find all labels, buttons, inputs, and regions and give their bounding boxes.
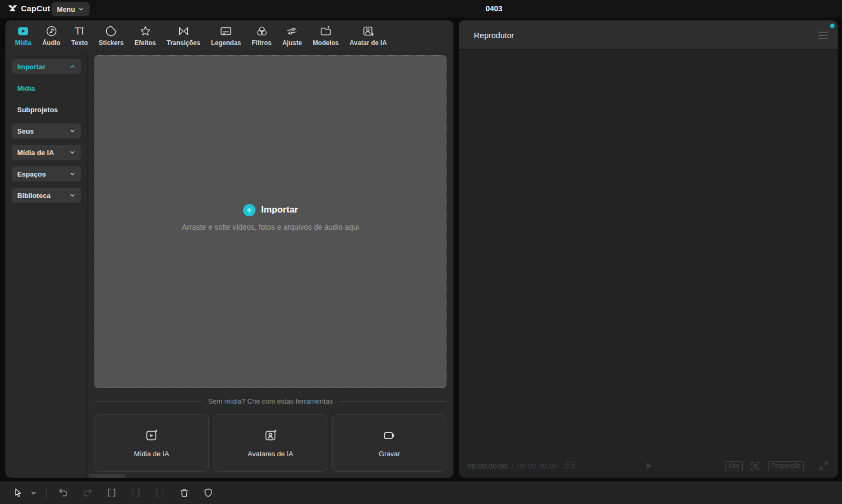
split-button[interactable] bbox=[102, 484, 121, 502]
cursor-icon bbox=[12, 487, 24, 499]
capcut-logo: CapCut bbox=[8, 3, 50, 13]
ai-media-icon bbox=[144, 428, 159, 443]
tool-options-button[interactable] bbox=[28, 484, 39, 502]
tab-legendas[interactable]: Legendas bbox=[206, 25, 246, 47]
timecode: 00:00:00:00 / 00:00:00:00 bbox=[467, 462, 557, 470]
player-right-controls: Alto Proporção bbox=[725, 461, 829, 472]
player-title: Reprodutor bbox=[474, 31, 514, 40]
sidebar-item-importar[interactable]: Importar bbox=[12, 59, 81, 74]
media-content: Importar Arraste e solte vídeos, fotos e… bbox=[88, 50, 453, 478]
tool-cards: Mídia de IA Avatares de IA Gravar bbox=[94, 414, 446, 472]
audio-note-icon bbox=[45, 25, 58, 38]
trash-icon bbox=[179, 487, 190, 499]
tab-avatar-de-ia[interactable]: Avatar de IA bbox=[344, 25, 392, 47]
tab-transicoes[interactable]: Transições bbox=[162, 25, 206, 47]
split-delete-left-icon bbox=[130, 487, 142, 499]
tab-ajuste[interactable]: Ajuste bbox=[277, 25, 307, 47]
menu-button[interactable]: Menu bbox=[52, 2, 90, 16]
record-camera-icon bbox=[382, 428, 397, 443]
transitions-bowtie-icon bbox=[177, 25, 190, 38]
cover-button[interactable] bbox=[199, 484, 217, 502]
media-tab-bar: Mídia Áudio TI Texto Stickers Efeitos bbox=[5, 20, 453, 50]
plus-icon bbox=[243, 204, 255, 216]
redo-icon bbox=[82, 487, 93, 499]
chevron-down-icon bbox=[30, 490, 37, 496]
chevron-down-icon bbox=[69, 192, 76, 199]
ai-media-card[interactable]: Mídia de IA bbox=[94, 414, 209, 472]
media-sidebar: Importar Mídia Subprojetos Seus Mídia de… bbox=[5, 50, 87, 478]
toolbar-divider bbox=[46, 487, 47, 498]
tab-texto[interactable]: TI Texto bbox=[66, 25, 93, 47]
chevron-down-icon bbox=[69, 128, 76, 134]
tab-filtros[interactable]: Filtros bbox=[246, 25, 277, 47]
media-panel: Mídia Áudio TI Texto Stickers Efeitos bbox=[5, 20, 453, 478]
timeline-toolbar bbox=[0, 481, 842, 504]
undo-button[interactable] bbox=[54, 484, 72, 502]
tab-stickers[interactable]: Stickers bbox=[93, 25, 129, 47]
record-card[interactable]: Gravar bbox=[332, 414, 446, 472]
import-title: Importar bbox=[261, 204, 298, 215]
tab-modelos[interactable]: Modelos bbox=[307, 25, 345, 47]
controls-divider bbox=[811, 462, 811, 470]
capcut-logo-icon bbox=[8, 3, 18, 13]
select-tool-button[interactable] bbox=[9, 484, 27, 502]
ai-avatars-icon bbox=[263, 428, 278, 443]
sidebar-item-espacos[interactable]: Espaços bbox=[12, 166, 81, 181]
top-bar: CapCut Menu 0403 bbox=[0, 0, 842, 18]
zoom-fit-button[interactable] bbox=[750, 461, 761, 472]
play-button[interactable] bbox=[642, 460, 654, 472]
effects-star-icon bbox=[139, 25, 152, 38]
sidebar-item-subprojetos[interactable]: Subprojetos bbox=[12, 102, 81, 117]
captions-card-icon bbox=[219, 25, 232, 38]
delete-left-button[interactable] bbox=[127, 484, 145, 502]
delete-button[interactable] bbox=[175, 484, 193, 502]
project-title: 0403 bbox=[486, 4, 502, 13]
notification-dot bbox=[830, 24, 834, 28]
delete-right-button[interactable] bbox=[151, 484, 169, 502]
divider-line bbox=[339, 401, 446, 402]
sidebar-item-biblioteca[interactable]: Biblioteca bbox=[12, 188, 81, 203]
chevron-down-icon bbox=[78, 6, 84, 12]
sticker-peel-icon bbox=[105, 25, 118, 38]
fullscreen-icon bbox=[818, 461, 829, 471]
shield-icon bbox=[203, 487, 214, 498]
sidebar-item-midia-de-ia[interactable]: Mídia de IA bbox=[12, 145, 81, 160]
chevron-down-icon bbox=[69, 171, 76, 177]
redo-button[interactable] bbox=[78, 484, 97, 502]
tools-divider-label: Sem mídia? Crie com estas ferramentas bbox=[208, 397, 333, 405]
text-serif-icon: TI bbox=[75, 25, 84, 38]
sidebar-item-seus[interactable]: Seus bbox=[12, 123, 81, 138]
templates-folder-icon bbox=[319, 25, 332, 38]
sidebar-item-midia[interactable]: Mídia bbox=[12, 81, 81, 96]
chevron-up-icon bbox=[69, 63, 76, 70]
media-play-icon bbox=[17, 25, 30, 38]
tab-audio[interactable]: Áudio bbox=[37, 25, 66, 47]
tab-midia[interactable]: Mídia bbox=[10, 25, 37, 47]
import-dropzone[interactable]: Importar Arraste e solte vídeos, fotos e… bbox=[94, 55, 446, 388]
total-time: 00:00:00:00 bbox=[517, 462, 558, 470]
zoom-fit-icon bbox=[750, 461, 761, 472]
player-viewport bbox=[459, 50, 838, 454]
divider-line bbox=[94, 401, 202, 402]
quality-button[interactable]: Alto bbox=[725, 461, 743, 471]
frame-counter-icon bbox=[563, 460, 577, 472]
player-menu-icon[interactable] bbox=[818, 32, 828, 39]
split-delete-right-icon bbox=[154, 487, 166, 499]
tools-divider: Sem mídia? Crie com estas ferramentas bbox=[94, 397, 446, 405]
menu-button-label: Menu bbox=[57, 5, 75, 13]
ai-avatar-frame-icon bbox=[362, 25, 375, 38]
filters-circles-icon bbox=[255, 25, 268, 38]
horizontal-scrollbar[interactable] bbox=[89, 474, 126, 478]
ai-avatars-card[interactable]: Avatares de IA bbox=[214, 414, 328, 472]
ratio-button[interactable]: Proporção bbox=[768, 461, 804, 471]
split-icon bbox=[106, 487, 118, 499]
play-icon bbox=[642, 460, 654, 472]
fullscreen-button[interactable] bbox=[818, 461, 829, 471]
tab-efeitos[interactable]: Efeitos bbox=[129, 25, 162, 47]
logo-text: CapCut bbox=[21, 4, 50, 13]
player-panel: Reprodutor 00:00:00:00 / 00:00:00:00 Alt… bbox=[459, 20, 838, 478]
undo-icon bbox=[57, 487, 69, 499]
current-time: 00:00:00:00 bbox=[467, 462, 508, 470]
player-controls: 00:00:00:00 / 00:00:00:00 Alto bbox=[459, 454, 838, 478]
dropzone-hint: Arraste e solte vídeos, fotos e arquivos… bbox=[182, 223, 359, 231]
